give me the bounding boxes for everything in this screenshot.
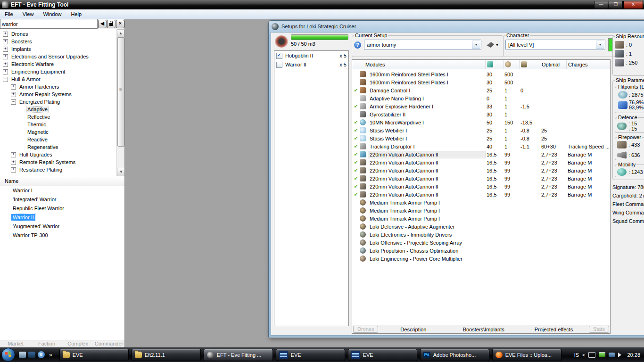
tree-item-energized-plating[interactable]: −Energized Plating (0, 98, 117, 106)
switch-windows-icon[interactable] (28, 352, 35, 358)
tree-scrollbar[interactable]: ▲ ▼ (116, 29, 124, 176)
minimize-button[interactable]: — (594, 1, 608, 9)
module-row[interactable]: ✔220mm Vulcan AutoCannon II16,5992,7+23B… (352, 158, 610, 166)
tab-commander[interactable]: Commander (93, 340, 124, 347)
tree-item-implants[interactable]: +Implants (0, 45, 117, 53)
internet-explorer-icon[interactable]: e (38, 351, 45, 358)
tree-item-adaptive[interactable]: Adaptive (0, 106, 117, 113)
tree-toggle-icon[interactable]: + (3, 69, 8, 74)
setup-select[interactable]: armor tourny ▼ (364, 40, 481, 50)
taskbar-button-eve[interactable]: EVE (59, 349, 129, 361)
scroll-up-icon[interactable]: ▲ (117, 29, 124, 38)
result-item-augmented-warrior[interactable]: 'Augmented' Warrior (0, 222, 124, 231)
module-row[interactable]: ✔10MN MicroWarpdrive I50150-13,5 (352, 118, 610, 126)
volume-tray-icon[interactable] (618, 353, 624, 357)
tree-toggle-icon[interactable]: + (3, 54, 8, 59)
module-row[interactable]: ✔220mm Vulcan AutoCannon II16,5992,7+23B… (352, 190, 610, 198)
taskbar-button-eve[interactable]: EVE (276, 349, 345, 361)
help-icon[interactable]: ? (354, 41, 361, 49)
tree-toggle-icon[interactable]: − (11, 99, 16, 105)
drone-item-warrior-ii[interactable]: Warrior IIx 5 (274, 60, 348, 69)
module-row[interactable]: Loki Engineering - Power Core Multiplier (352, 255, 610, 263)
module-row[interactable]: ✔220mm Vulcan AutoCannon II16,5992,7+23B… (352, 182, 610, 190)
tree-item-electronics-and-sensor-upgrades[interactable]: +Electronics and Sensor Upgrades (0, 53, 117, 60)
module-row[interactable]: ✔220mm Vulcan AutoCannon II16,5992,7+23B… (352, 166, 610, 174)
tree-item-boosters[interactable]: +Boosters (0, 38, 117, 45)
tree-toggle-icon[interactable]: + (11, 92, 16, 97)
module-row[interactable]: Loki Defensive - Adaptive Augmenter (352, 222, 610, 230)
tree-toggle-icon[interactable]: + (11, 152, 16, 157)
tab-market[interactable]: Market (0, 340, 31, 347)
chevron-down-icon[interactable]: ▼ (596, 41, 604, 49)
wing-commander-row[interactable]: Wing Commander - right click to set (612, 208, 644, 217)
tree-toggle-icon[interactable]: + (11, 84, 16, 90)
module-row[interactable]: ✔Armor Explosive Hardener I331-1,5 (352, 102, 610, 110)
scroll-thumb[interactable] (117, 37, 124, 147)
battery-tray-icon[interactable] (599, 352, 605, 357)
results-header[interactable]: Name (0, 176, 124, 186)
tree-toggle-icon[interactable]: + (3, 47, 8, 52)
module-row[interactable]: Loki Propulsion - Chassis Optimization (352, 247, 610, 255)
tab-boosters-implants[interactable]: Boosters\Implants (448, 327, 519, 332)
tree-toggle-icon[interactable]: + (3, 32, 8, 37)
tree-item-reflective[interactable]: Reflective (0, 113, 117, 121)
tree-toggle-icon[interactable]: + (11, 160, 16, 165)
taskbar-button-eve[interactable]: EVE (348, 349, 417, 361)
module-row[interactable]: Adaptive Nano Plating I01 (352, 94, 610, 102)
taskbar-button-eve-files-uploa[interactable]: EVE Files :: Uploa... (492, 349, 561, 361)
search-input[interactable] (0, 19, 98, 29)
module-row[interactable]: Medium Trimark Armor Pump I (352, 206, 610, 214)
close-button[interactable]: X (623, 1, 643, 9)
tree-item-drones[interactable]: +Drones (0, 30, 117, 38)
menu-file[interactable]: File (0, 10, 18, 18)
tree-toggle-icon[interactable]: − (3, 77, 8, 82)
menu-help[interactable]: Help (66, 10, 87, 18)
module-row[interactable]: ✔220mm Vulcan AutoCannon II16,5992,7+23B… (352, 150, 610, 158)
scroll-down-icon[interactable]: ▼ (117, 168, 124, 176)
squad-commander-row[interactable]: Squad Commander - right click to set (612, 217, 644, 225)
module-row[interactable]: ✔Stasis Webifier I251-0,825 (352, 134, 610, 142)
menu-window[interactable]: Window (38, 10, 66, 18)
module-row[interactable]: Loki Electronics - Immobility Drivers (352, 230, 610, 239)
module-row[interactable]: ✔Tracking Disruptor I401-1,160+30Trackin… (352, 142, 610, 150)
network-tray-icon[interactable] (609, 353, 615, 357)
module-row[interactable]: ✔Damage Control I2510 (352, 86, 610, 94)
fleet-commander-row[interactable]: Fleet Commander - right click to set (612, 200, 644, 208)
module-row[interactable]: Loki Offensive - Projectile Scoping Arra… (352, 239, 610, 247)
tree-item-armor-repair-systems[interactable]: +Armor Repair Systems (0, 90, 117, 98)
tree-item-hull-upgrades[interactable]: +Hull Upgrades (0, 151, 117, 158)
start-button[interactable] (1, 348, 15, 362)
back-button[interactable]: ◀ (98, 20, 107, 28)
tab-faction[interactable]: Faction (31, 340, 62, 347)
lock-button[interactable] (107, 20, 116, 28)
chevron-right-icon[interactable]: » (49, 352, 52, 358)
drone-checkbox[interactable] (276, 62, 282, 68)
show-desktop-icon[interactable] (19, 352, 26, 358)
tree-item-reactive[interactable]: Reactive (0, 136, 117, 143)
chevron-left-icon[interactable]: < (582, 352, 585, 358)
display-tray-icon[interactable] (588, 352, 595, 358)
taskbar-button-eft-eve-fitting[interactable]: EFT - Eve Fitting ... (204, 349, 273, 361)
result-item-integrated-warrior[interactable]: 'Integrated' Warrior (0, 195, 124, 204)
result-item-warrior-tp-300[interactable]: Warrior TP-300 (0, 231, 124, 240)
module-row[interactable]: ✔Stasis Webifier I251-0,825 (352, 126, 610, 134)
drone-item-hobgoblin-ii[interactable]: Hobgoblin IIx 5 (274, 51, 348, 60)
tree-toggle-icon[interactable]: + (3, 39, 8, 44)
tree-item-armor-hardeners[interactable]: +Armor Hardeners (0, 83, 117, 90)
restore-button[interactable]: ❐ (609, 1, 623, 9)
language-indicator[interactable]: IS (574, 352, 579, 358)
result-item-warrior-i[interactable]: Warrior I (0, 186, 124, 195)
taskbar-button-eft2-11-1[interactable]: Eft2.11.1 (132, 349, 201, 361)
clear-search-button[interactable]: × (116, 20, 124, 28)
module-row[interactable]: 1600mm Reinforced Steel Plates I30500 (352, 78, 610, 86)
ship-menu-button[interactable]: ▼ (484, 40, 501, 49)
module-row[interactable]: Medium Trimark Armor Pump I (352, 198, 610, 206)
tree-item-thermic[interactable]: Thermic (0, 121, 117, 128)
module-row[interactable]: 1600mm Reinforced Steel Plates I30500 (352, 70, 610, 78)
module-row[interactable]: Gyrostabilizer II301 (352, 110, 610, 118)
tree-item-magnetic[interactable]: Magnetic (0, 128, 117, 136)
module-row[interactable]: ✔220mm Vulcan AutoCannon II16,5992,7+23B… (352, 174, 610, 182)
tree-item-regenerative[interactable]: Regenerative (0, 143, 117, 151)
drone-checkbox[interactable] (276, 53, 282, 59)
tree-toggle-icon[interactable]: + (3, 62, 8, 67)
